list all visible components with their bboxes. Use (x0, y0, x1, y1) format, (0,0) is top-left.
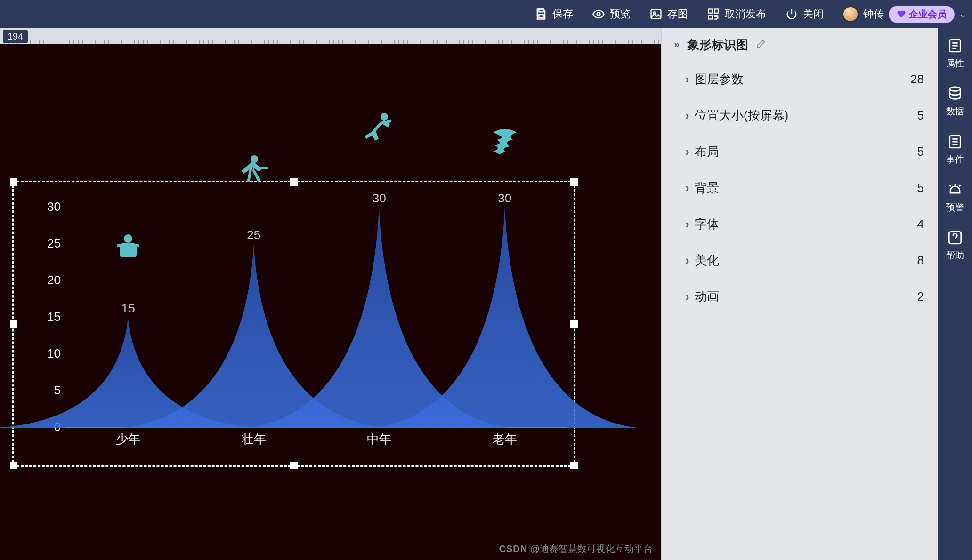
x-tick-label: 中年 (367, 431, 391, 448)
pictogram-running-icon (363, 112, 396, 152)
properties-panel: » 象形标识图 图层参数28位置大小(按屏幕)5布局5背景5字体4美化8动画2 (661, 28, 938, 560)
top-toolbar: 保存 预览 存图 取消发布 关闭 钟传 企业会员 ⌄ (0, 0, 972, 28)
props-row[interactable]: 动画2 (662, 279, 938, 315)
watermark-tag: CSDN (499, 544, 527, 554)
canvas-stage[interactable]: 05101520253015少年25壮年30中年30老年 (0, 44, 661, 560)
cursor-position-badge: 194 (3, 30, 28, 43)
member-badge-label: 企业会员 (909, 8, 947, 21)
svg-rect-0 (539, 9, 543, 12)
properties-header: » 象形标识图 (662, 28, 938, 61)
props-row-label: 图层参数 (685, 71, 744, 88)
alert-icon (947, 182, 963, 198)
rail-alert[interactable]: 预警 (946, 182, 964, 214)
side-rail: 属性 数据 事件 预警 帮助 (938, 28, 972, 560)
rail-data-label: 数据 (946, 105, 964, 118)
database-icon (947, 86, 963, 102)
props-row-label: 字体 (685, 216, 719, 232)
props-row[interactable]: 位置大小(按屏幕)5 (662, 97, 938, 134)
properties-title: 象形标识图 (687, 37, 748, 53)
props-row-label: 布局 (685, 144, 719, 160)
edit-title-icon[interactable] (756, 38, 766, 52)
y-tick-label: 20 (32, 273, 61, 288)
pictogram-chart: 05101520253015少年25壮年30中年30老年 (14, 182, 574, 465)
username: 钟传 (863, 7, 884, 21)
avatar[interactable] (842, 6, 859, 22)
svg-rect-1 (539, 15, 543, 18)
props-row[interactable]: 背景5 (662, 170, 938, 206)
svg-rect-7 (709, 15, 713, 19)
x-tick-label: 少年 (116, 431, 140, 448)
eye-icon (592, 8, 605, 21)
save-icon (535, 8, 548, 21)
props-row-count: 5 (917, 108, 924, 123)
chart-peak (373, 208, 637, 428)
power-icon (785, 8, 798, 21)
unpublish-button[interactable]: 取消发布 (707, 7, 766, 21)
svg-rect-10 (117, 244, 122, 247)
rail-alert-label: 预警 (946, 201, 964, 214)
watermark: CSDN @迪赛智慧数可视化互动平台 (499, 543, 653, 555)
svg-point-8 (124, 234, 132, 243)
rail-data[interactable]: 数据 (946, 86, 964, 118)
svg-rect-6 (714, 9, 718, 13)
save-label: 保存 (552, 7, 573, 21)
rail-props-label: 属性 (946, 57, 964, 70)
rail-help[interactable]: 帮助 (946, 230, 964, 262)
svg-point-2 (597, 13, 600, 16)
help-icon (947, 230, 963, 246)
rail-event[interactable]: 事件 (946, 134, 964, 166)
preview-button[interactable]: 预览 (592, 7, 631, 21)
save-image-label: 存图 (667, 7, 688, 21)
rail-props[interactable]: 属性 (946, 38, 964, 70)
pictogram-martial-icon (238, 155, 269, 191)
x-tick-label: 壮年 (242, 431, 266, 448)
watermark-text: @迪赛智慧数可视化互动平台 (530, 544, 653, 554)
preview-label: 预览 (610, 7, 631, 21)
pictogram-whirl-icon (488, 128, 521, 159)
props-row-count: 8 (917, 253, 924, 268)
svg-point-14 (381, 113, 388, 120)
svg-rect-3 (651, 10, 661, 19)
save-image-button[interactable]: 存图 (649, 7, 688, 21)
rail-help-label: 帮助 (946, 249, 964, 262)
member-badge[interactable]: 企业会员 (889, 6, 955, 23)
svg-rect-13 (260, 167, 268, 169)
y-tick-label: 30 (32, 200, 61, 214)
props-row[interactable]: 布局5 (662, 134, 938, 170)
qr-icon (707, 8, 720, 21)
close-button[interactable]: 关闭 (785, 7, 824, 21)
rail-event-label: 事件 (946, 153, 964, 166)
ruler-horizontal[interactable] (0, 28, 661, 44)
props-row-label: 美化 (685, 252, 719, 269)
props-row-count: 28 (910, 72, 924, 87)
image-icon (649, 8, 663, 21)
props-row[interactable]: 图层参数28 (662, 61, 938, 97)
chevron-down-icon[interactable]: ⌄ (959, 9, 966, 19)
props-row-label: 背景 (685, 180, 719, 196)
props-row-label: 位置大小(按屏幕) (685, 107, 788, 124)
svg-point-12 (251, 155, 258, 163)
props-row-count: 2 (917, 289, 924, 304)
unpublish-label: 取消发布 (725, 7, 766, 21)
props-row-count: 4 (917, 217, 924, 232)
svg-rect-5 (709, 9, 713, 13)
svg-point-16 (950, 87, 961, 91)
canvas-area: 194 05101520253015少年25壮年30中年30老年 (0, 28, 661, 560)
diamond-icon (897, 9, 906, 19)
selection-box[interactable]: 05101520253015少年25壮年30中年30老年 (12, 181, 575, 467)
user-section: 钟传 企业会员 ⌄ (842, 6, 966, 23)
collapse-icon[interactable]: » (674, 39, 680, 51)
x-tick-label: 老年 (493, 431, 517, 448)
props-row-count: 5 (917, 181, 924, 195)
close-label: 关闭 (803, 7, 824, 21)
data-label: 30 (373, 191, 386, 206)
data-label: 30 (498, 191, 511, 206)
save-button[interactable]: 保存 (535, 7, 573, 21)
props-row[interactable]: 美化8 (662, 242, 938, 279)
props-row-label: 动画 (685, 288, 719, 305)
props-row-count: 5 (917, 144, 924, 159)
props-icon (947, 38, 963, 54)
props-row[interactable]: 字体4 (662, 206, 938, 242)
list-icon (947, 134, 963, 150)
y-tick-label: 25 (32, 236, 61, 251)
